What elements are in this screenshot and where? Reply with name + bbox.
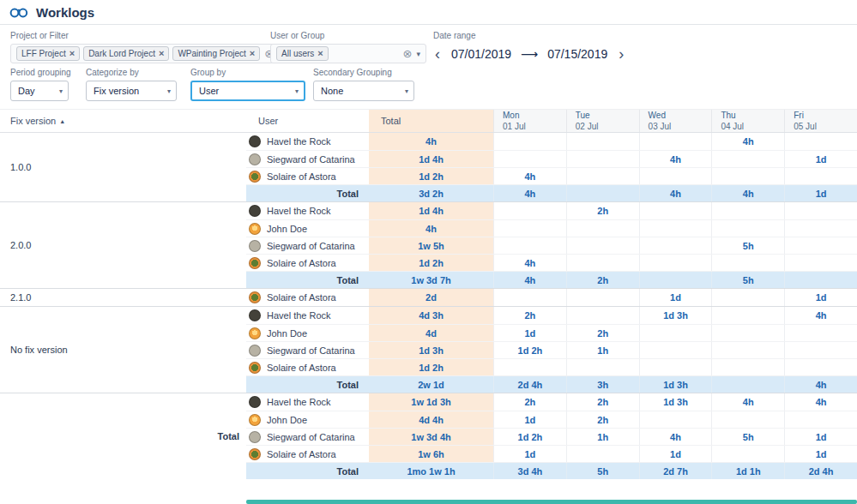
period-grouping-block: Period grouping Day ▾ (10, 68, 71, 101)
chip-remove-icon[interactable]: × (159, 49, 164, 58)
day-column-header[interactable]: Wed03 Jul (639, 110, 712, 132)
day-cell: 4h (493, 168, 566, 184)
day-cell: 1d 1h (711, 463, 784, 479)
next-period-button[interactable]: › (617, 46, 625, 62)
fix-version-column-header[interactable]: Fix version ▲ (0, 110, 246, 132)
group-total-cell: 2w 1d (369, 376, 493, 393)
day-column-header[interactable]: Fri05 Jul (784, 110, 857, 132)
clear-all-icon[interactable]: ⊗ (403, 48, 413, 59)
group-total-row: Total2w 1d2d 4h3h1d 3h4h (246, 375, 857, 393)
day-cell (566, 307, 639, 324)
user-avatar-icon (249, 362, 261, 374)
day-cell (784, 411, 857, 428)
day-cell: 2h (493, 307, 566, 324)
day-column-header[interactable]: Mon01 Jul (493, 110, 566, 132)
secondary-grouping-label: Secondary Grouping (313, 68, 414, 77)
chip-label: LFF Project (21, 49, 66, 58)
worklog-row: Solaire of Astora1d 2h (246, 358, 857, 375)
day-cell: 1d (493, 411, 566, 428)
day-date: 05 Jul (794, 121, 857, 132)
day-column-header[interactable]: Tue02 Jul (566, 110, 639, 132)
worklog-group: TotalHavel the Rock1w 1d 3h2h2h1d 3h4h4h… (0, 393, 857, 479)
secondary-grouping-select[interactable]: None ▾ (313, 81, 414, 101)
day-cell: 1d (493, 446, 566, 462)
day-cell: 2d 7h (639, 463, 712, 479)
day-cell: 1d 3h (639, 393, 712, 411)
total-column-header[interactable]: Total (369, 110, 493, 132)
group-total-row: Total1mo 1w 1h3d 4h5h2d 7h1d 1h2d 4h (246, 462, 857, 479)
chip-remove-icon[interactable]: × (317, 49, 323, 58)
day-cell: 1d (493, 325, 566, 341)
select-value: Fix version (94, 86, 139, 96)
project-filter-control[interactable]: LFF Project×Dark Lord Project×WPainting … (10, 44, 288, 63)
group-label: Total (0, 393, 246, 479)
user-filter-label: User or Group (270, 31, 426, 40)
worklog-row: Siegward of Catarina1w 3d 4h1d 2h1h4h5h1… (246, 428, 857, 445)
day-cell (493, 237, 566, 254)
day-cell (711, 342, 784, 358)
user-avatar-icon (249, 414, 261, 426)
day-cell: 1d (784, 185, 857, 201)
row-total-cell: 1w 1d 3h (369, 393, 493, 411)
day-cell: 4h (639, 429, 712, 445)
group-label: No fix version (0, 307, 246, 393)
worklog-row: Solaire of Astora2d1d1d (246, 289, 857, 306)
user-cell: Siegward of Catarina (246, 237, 369, 254)
day-cell: 2d 4h (784, 463, 857, 479)
user-name: Havel the Rock (267, 310, 331, 321)
categorize-by-select[interactable]: Fix version ▾ (86, 81, 177, 101)
day-cell (639, 325, 712, 341)
user-column-header[interactable]: User (246, 110, 369, 132)
group-label: 2.0.0 (0, 202, 246, 288)
filter-chip[interactable]: LFF Project× (16, 46, 80, 61)
user-filter-control[interactable]: All users× ⊗ ▾ (270, 44, 426, 63)
worklog-row: John Doe4d 4h1d2h (246, 411, 857, 428)
day-cell (493, 220, 566, 237)
user-cell: Havel the Rock (246, 133, 369, 150)
row-total-cell: 1d 4h (369, 202, 493, 219)
day-cell: 4h (711, 133, 784, 150)
day-cell (639, 133, 712, 150)
user-cell: Solaire of Astora (246, 359, 369, 375)
day-column-header[interactable]: Thu04 Jul (711, 110, 784, 132)
user-cell: Havel the Rock (246, 202, 369, 219)
day-cell: 2d 4h (493, 376, 566, 393)
row-total-cell: 4d 4h (369, 411, 493, 428)
filter-chip[interactable]: WPainting Project× (172, 46, 260, 61)
user-filter: User or Group All users× ⊗ ▾ (270, 31, 426, 63)
worklog-row: Solaire of Astora1w 6h1d1d1d (246, 445, 857, 462)
row-total-cell: 1w 3d 4h (369, 429, 493, 445)
day-cell: 4h (784, 307, 857, 324)
filter-chip[interactable]: Dark Lord Project× (83, 46, 169, 61)
row-total-cell: 4d 3h (369, 307, 493, 324)
day-cell (639, 168, 712, 184)
date-end[interactable]: 07/15/2019 (547, 47, 607, 61)
chevron-down-icon: ▾ (59, 87, 63, 95)
group-total-label: Total (246, 272, 369, 288)
chevron-down-icon[interactable]: ▾ (416, 50, 420, 58)
worklog-row: Solaire of Astora1d 2h4h (246, 254, 857, 271)
day-date: 01 Jul (503, 121, 566, 132)
worklog-row: Siegward of Catarina1d 3h1d 2h1h (246, 341, 857, 358)
user-name: Solaire of Astora (267, 292, 336, 303)
chip-remove-icon[interactable]: × (69, 49, 75, 58)
select-value: None (321, 86, 343, 96)
horizontal-scrollbar[interactable] (246, 500, 857, 504)
day-cell (566, 185, 639, 201)
prev-period-button[interactable]: ‹ (433, 46, 442, 62)
period-grouping-select[interactable]: Day ▾ (10, 81, 69, 101)
day-cell (493, 289, 566, 306)
arrow-right-icon: ⟶ (521, 47, 538, 61)
categorize-by-label: Categorize by (86, 68, 177, 77)
group-by-select[interactable]: User ▾ (190, 81, 305, 101)
chip-remove-icon[interactable]: × (250, 49, 255, 58)
date-start[interactable]: 07/01/2019 (451, 47, 511, 61)
user-name: Havel the Rock (267, 136, 331, 147)
fix-version-header-label: Fix version (10, 116, 56, 126)
filter-chip[interactable]: All users× (276, 46, 329, 61)
app-logo-icon (9, 5, 28, 19)
user-avatar-icon (249, 327, 261, 339)
worklog-row: Solaire of Astora1d 2h4h (246, 167, 857, 184)
user-cell: Siegward of Catarina (246, 429, 369, 445)
group-rows: Havel the Rock1w 1d 3h2h2h1d 3h4h4hJohn … (246, 393, 857, 479)
